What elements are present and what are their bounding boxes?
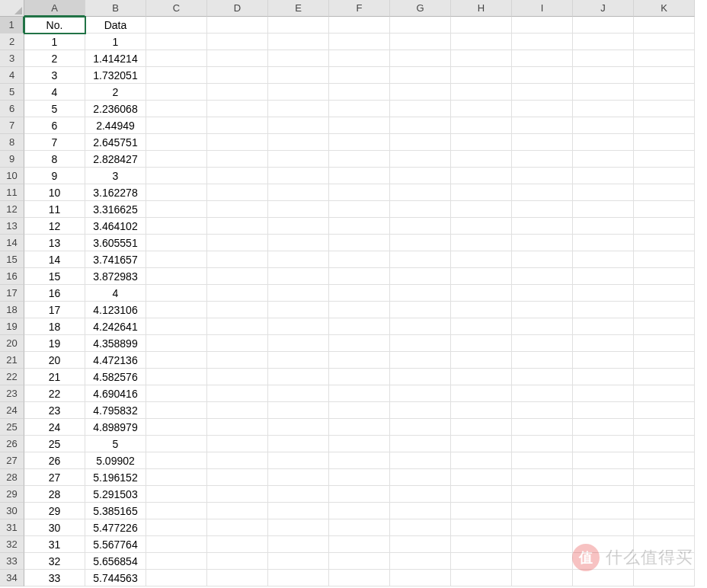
cell-C3[interactable] xyxy=(146,50,207,67)
cell-I7[interactable] xyxy=(512,117,573,134)
cell-J6[interactable] xyxy=(573,101,634,117)
cell-I32[interactable] xyxy=(512,536,573,553)
cell-I1[interactable] xyxy=(512,17,573,34)
row-header[interactable]: 23 xyxy=(0,385,24,402)
cell-C23[interactable] xyxy=(146,385,207,402)
cell-I10[interactable] xyxy=(512,168,573,184)
cell-H17[interactable] xyxy=(451,285,512,302)
cell-F2[interactable] xyxy=(329,34,390,50)
row-header[interactable]: 2 xyxy=(0,34,24,50)
cell-B11[interactable]: 3.162278 xyxy=(85,184,146,201)
column-header-E[interactable]: E xyxy=(268,0,329,17)
cell-B1[interactable]: Data xyxy=(85,17,146,34)
cell-A17[interactable]: 16 xyxy=(24,285,85,302)
cell-B12[interactable]: 3.316625 xyxy=(85,201,146,218)
cell-A33[interactable]: 32 xyxy=(24,553,85,570)
cell-G2[interactable] xyxy=(390,34,451,50)
row-header[interactable]: 16 xyxy=(0,268,24,285)
cell-B17[interactable]: 4 xyxy=(85,285,146,302)
cell-H11[interactable] xyxy=(451,184,512,201)
cell-K7[interactable] xyxy=(634,117,695,134)
cell-J20[interactable] xyxy=(573,335,634,352)
column-header-A[interactable]: A xyxy=(24,0,85,17)
cell-D32[interactable] xyxy=(207,536,268,553)
row-header[interactable]: 9 xyxy=(0,151,24,168)
cell-J31[interactable] xyxy=(573,519,634,536)
cell-I27[interactable] xyxy=(512,452,573,469)
cell-B13[interactable]: 3.464102 xyxy=(85,218,146,235)
cell-F30[interactable] xyxy=(329,503,390,519)
cell-F7[interactable] xyxy=(329,117,390,134)
cell-K26[interactable] xyxy=(634,436,695,452)
cell-K34[interactable] xyxy=(634,570,695,586)
cell-F24[interactable] xyxy=(329,402,390,419)
cell-J23[interactable] xyxy=(573,385,634,402)
row-header[interactable]: 5 xyxy=(0,84,24,101)
cell-A1[interactable]: No. xyxy=(24,17,85,34)
row-header[interactable]: 30 xyxy=(0,503,24,519)
cell-B10[interactable]: 3 xyxy=(85,168,146,184)
row-header[interactable]: 3 xyxy=(0,50,24,67)
cell-D34[interactable] xyxy=(207,570,268,586)
row-header[interactable]: 4 xyxy=(0,67,24,84)
cell-E24[interactable] xyxy=(268,402,329,419)
cell-E22[interactable] xyxy=(268,369,329,385)
cell-D17[interactable] xyxy=(207,285,268,302)
cell-K1[interactable] xyxy=(634,17,695,34)
cell-F18[interactable] xyxy=(329,302,390,318)
cell-K31[interactable] xyxy=(634,519,695,536)
cell-G25[interactable] xyxy=(390,419,451,436)
cell-D24[interactable] xyxy=(207,402,268,419)
row-header[interactable]: 12 xyxy=(0,201,24,218)
cell-B8[interactable]: 2.645751 xyxy=(85,134,146,151)
row-header[interactable]: 27 xyxy=(0,452,24,469)
cell-C34[interactable] xyxy=(146,570,207,586)
cell-J29[interactable] xyxy=(573,486,634,503)
cell-G26[interactable] xyxy=(390,436,451,452)
cell-G29[interactable] xyxy=(390,486,451,503)
cell-A26[interactable]: 25 xyxy=(24,436,85,452)
cell-C15[interactable] xyxy=(146,251,207,268)
cell-D22[interactable] xyxy=(207,369,268,385)
cell-H23[interactable] xyxy=(451,385,512,402)
cell-J12[interactable] xyxy=(573,201,634,218)
cell-J13[interactable] xyxy=(573,218,634,235)
cell-D30[interactable] xyxy=(207,503,268,519)
cell-K30[interactable] xyxy=(634,503,695,519)
cell-F26[interactable] xyxy=(329,436,390,452)
cell-A11[interactable]: 10 xyxy=(24,184,85,201)
cell-H14[interactable] xyxy=(451,235,512,251)
cell-H24[interactable] xyxy=(451,402,512,419)
cell-J24[interactable] xyxy=(573,402,634,419)
cell-E21[interactable] xyxy=(268,352,329,369)
cell-I33[interactable] xyxy=(512,553,573,570)
cell-B34[interactable]: 5.744563 xyxy=(85,570,146,586)
cell-J33[interactable] xyxy=(573,553,634,570)
cell-F4[interactable] xyxy=(329,67,390,84)
cell-E23[interactable] xyxy=(268,385,329,402)
cell-A9[interactable]: 8 xyxy=(24,151,85,168)
cell-J28[interactable] xyxy=(573,469,634,486)
cell-B25[interactable]: 4.898979 xyxy=(85,419,146,436)
cell-F32[interactable] xyxy=(329,536,390,553)
cell-H7[interactable] xyxy=(451,117,512,134)
cell-F14[interactable] xyxy=(329,235,390,251)
cell-K18[interactable] xyxy=(634,302,695,318)
cell-J30[interactable] xyxy=(573,503,634,519)
cell-E20[interactable] xyxy=(268,335,329,352)
cell-D5[interactable] xyxy=(207,84,268,101)
cell-H4[interactable] xyxy=(451,67,512,84)
row-header[interactable]: 25 xyxy=(0,419,24,436)
cell-B22[interactable]: 4.582576 xyxy=(85,369,146,385)
cell-D12[interactable] xyxy=(207,201,268,218)
cell-J15[interactable] xyxy=(573,251,634,268)
cell-D9[interactable] xyxy=(207,151,268,168)
cell-I28[interactable] xyxy=(512,469,573,486)
cell-E33[interactable] xyxy=(268,553,329,570)
column-header-H[interactable]: H xyxy=(451,0,512,17)
cell-F10[interactable] xyxy=(329,168,390,184)
cell-G15[interactable] xyxy=(390,251,451,268)
cell-H18[interactable] xyxy=(451,302,512,318)
cell-G24[interactable] xyxy=(390,402,451,419)
cell-B27[interactable]: 5.09902 xyxy=(85,452,146,469)
